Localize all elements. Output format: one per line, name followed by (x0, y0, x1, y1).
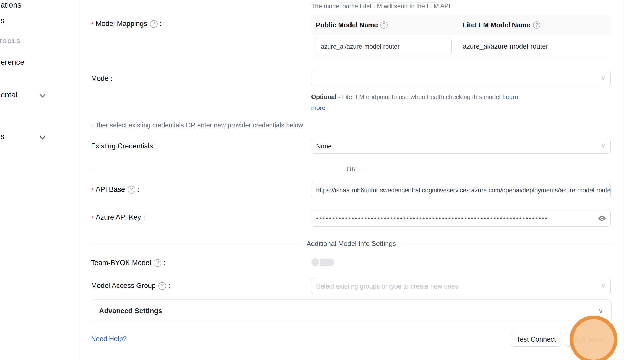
chevron-down-icon[interactable] (39, 133, 45, 139)
test-connect-button[interactable]: Test Connect (511, 332, 561, 347)
label-colon (135, 186, 139, 194)
add-model-button[interactable]: Add Model (565, 332, 616, 347)
sidebar-section-label: TOOLS (0, 38, 21, 44)
label-text: Existing Credentials (91, 142, 153, 150)
sidebar-item-users[interactable]: s (1, 16, 4, 25)
label-colon (109, 75, 113, 83)
team-byok-label: Team-BYOK Model (91, 259, 165, 267)
chevron-down-icon: ∨ (601, 141, 606, 149)
label-colon (161, 259, 165, 267)
chevron-down-icon: ∨ (598, 307, 604, 315)
api-base-value: https://ishaa-mh6uutut-swedencentral.cog… (316, 187, 611, 194)
existing-credentials-label: Existing Credentials (91, 142, 157, 150)
add-model-form: The model name LiteLLM will send to the … (81, 0, 622, 359)
divider-line (91, 244, 300, 244)
help-circle-icon[interactable] (533, 21, 540, 29)
litellm-model-name-value: azure_ai/azure-model-router (463, 42, 548, 50)
model-mappings-label: Model Mappings (91, 20, 161, 28)
sidebar-item-label: ental (1, 90, 17, 99)
sidebar-item-label: s (1, 132, 4, 141)
public-model-name-input[interactable] (316, 38, 452, 55)
azure-api-key-input[interactable]: ••••••••••••••••••••••••••••••••••••••••… (311, 210, 611, 227)
sidebar-item-label: erence (1, 58, 24, 66)
toggle-knob (310, 257, 320, 267)
model-access-group-label: Model Access Group (91, 282, 170, 290)
sidebar-item-api-reference[interactable]: erence (1, 58, 24, 67)
divider-line (91, 169, 340, 169)
or-divider: OR (91, 166, 612, 173)
optional-bold-text: Optional (311, 93, 336, 100)
sidebar-item-settings[interactable]: s (1, 132, 4, 141)
table-header-row: Public Model Name LiteLLM Model Name (311, 15, 611, 35)
label-colon (166, 282, 170, 290)
mode-select[interactable]: ∨ (311, 71, 611, 86)
masked-password-dots: ••••••••••••••••••••••••••••••••••••••••… (316, 215, 581, 222)
azure-api-key-label: Azure API Key (91, 213, 145, 221)
advanced-settings-toggle[interactable]: Advanced Settings ∨ (91, 299, 612, 322)
label-colon (141, 213, 145, 221)
section-divider-text: Additional Model Info Settings (300, 240, 403, 248)
column-header-litellm-model-name: LiteLLM Model Name (463, 21, 530, 29)
team-byok-toggle-off[interactable] (311, 259, 334, 266)
divider-line (363, 169, 612, 169)
model-name-helper-text: The model name LiteLLM will send to the … (311, 3, 450, 10)
model-access-group-placeholder: Select existing groups or type to create… (316, 283, 458, 290)
additional-settings-divider: Additional Model Info Settings (91, 240, 612, 248)
required-asterisk (91, 213, 96, 221)
help-circle-icon[interactable] (150, 20, 158, 28)
label-text: Mode (91, 75, 109, 83)
label-text: Team-BYOK Model (91, 259, 151, 267)
chevron-down-icon: ∨ (601, 282, 606, 290)
label-colon (158, 20, 161, 28)
help-circle-icon[interactable] (154, 259, 161, 267)
eye-icon[interactable] (597, 214, 606, 223)
required-asterisk (91, 20, 96, 28)
required-asterisk (91, 186, 96, 194)
mode-help-text: Optional - LiteLLM endpoint to use when … (311, 91, 527, 113)
mode-label: Mode (91, 75, 113, 83)
credentials-note: Either select existing credentials OR en… (91, 121, 303, 129)
model-access-group-select[interactable]: Select existing groups or type to create… (311, 278, 611, 294)
sidebar: ations s TOOLS erence ental s (0, 0, 81, 360)
advanced-settings-label: Advanced Settings (99, 307, 162, 315)
api-base-input[interactable]: https://ishaa-mh6uutut-swedencentral.cog… (311, 182, 611, 198)
clipped-field-above (336, 0, 441, 3)
column-header-public-model-name: Public Model Name (316, 21, 378, 29)
existing-credentials-select[interactable]: None ∨ (311, 139, 611, 154)
sidebar-item-experimental[interactable]: ental (1, 90, 17, 99)
sidebar-item-label: s (1, 16, 4, 25)
chevron-down-icon[interactable] (39, 91, 45, 97)
api-base-label: API Base (91, 186, 139, 194)
or-divider-text: OR (340, 166, 363, 173)
label-text: Azure API Key (96, 213, 141, 221)
help-circle-icon[interactable] (128, 186, 135, 194)
label-colon (153, 142, 157, 150)
label-text: Model Access Group (91, 282, 156, 290)
divider-line (403, 244, 612, 244)
help-circle-icon[interactable] (380, 21, 388, 29)
mode-help-body: - LiteLLM endpoint to use when health ch… (336, 93, 502, 100)
label-text: API Base (96, 186, 125, 194)
table-row: azure_ai/azure-model-router (311, 35, 611, 58)
sidebar-item-organizations[interactable]: ations (1, 1, 21, 9)
sidebar-section-tools: TOOLS (0, 38, 21, 45)
chevron-down-icon: ∨ (601, 74, 606, 82)
model-mappings-table: Public Model Name LiteLLM Model Name azu… (311, 15, 611, 58)
help-circle-icon[interactable] (158, 282, 166, 290)
need-help-link[interactable]: Need Help? (91, 335, 127, 343)
existing-credentials-value: None (316, 142, 332, 150)
sidebar-item-label: ations (1, 1, 21, 9)
label-text: Model Mappings (96, 20, 147, 28)
